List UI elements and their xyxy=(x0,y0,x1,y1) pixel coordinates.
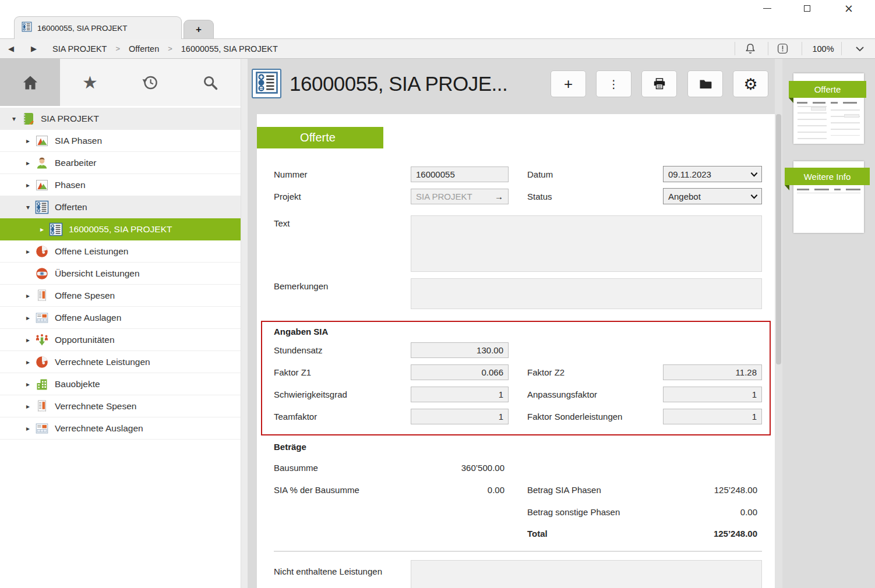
faktor-sonderleistungen-field[interactable]: 1 xyxy=(663,409,762,424)
tree-item[interactable]: ▸Offene Auslagen xyxy=(0,307,241,329)
bemerkungen-field[interactable] xyxy=(411,278,762,309)
add-button[interactable]: + xyxy=(551,70,586,97)
tree-item[interactable]: ▸Bearbeiter xyxy=(0,152,241,174)
tree-item[interactable]: ▸Phasen xyxy=(0,174,241,196)
main-scrollbar[interactable] xyxy=(775,59,782,588)
separator xyxy=(841,42,842,55)
text-field[interactable] xyxy=(411,215,762,272)
tree-item[interactable]: ▸Verrechnete Spesen xyxy=(0,395,241,417)
maximize-button[interactable] xyxy=(797,0,817,16)
tree-item[interactable]: ▾SIA PROJEKT xyxy=(0,108,241,130)
expander-right-icon[interactable]: ▸ xyxy=(21,336,35,344)
anpassungsfaktor-field[interactable]: 1 xyxy=(663,387,762,402)
tree-item[interactable]: ▸Bauobjekte xyxy=(0,373,241,395)
tree-item[interactable]: ▸Verrechnete Auslagen xyxy=(0,417,241,440)
tree-item-label: Opportunitäten xyxy=(55,335,115,345)
folder-button[interactable] xyxy=(687,70,723,97)
document-tab[interactable]: 16000055, SIA PROJEKT xyxy=(14,16,182,39)
notifications-button[interactable] xyxy=(739,39,762,58)
breadcrumb-item[interactable]: Offerten xyxy=(129,44,159,54)
tree-item[interactable]: ▸Opportunitäten xyxy=(0,329,241,351)
close-button[interactable]: × xyxy=(839,0,859,16)
settings-button[interactable]: ⚙ xyxy=(733,70,768,97)
bausumme-label: Bausumme xyxy=(274,460,318,476)
nav-tab-home[interactable] xyxy=(0,59,60,106)
expander-right-icon[interactable]: ▸ xyxy=(21,424,35,433)
close-icon: × xyxy=(844,3,853,14)
nummer-field[interactable]: 16000055 xyxy=(411,167,509,182)
scrollbar-thumb[interactable] xyxy=(776,114,781,364)
angaben-sia-heading: Angaben SIA xyxy=(274,325,328,339)
faktor-z2-field[interactable]: 11.28 xyxy=(663,364,762,380)
faktor-z1-label: Faktor Z1 xyxy=(274,364,311,380)
minimize-button[interactable] xyxy=(757,0,777,16)
tree-item[interactable]: ▸SIA Phasen xyxy=(0,130,241,152)
nicht-enthaltene-leistungen-label: Nicht enthaltene Leistungen xyxy=(274,564,382,579)
expander-right-icon[interactable]: ▸ xyxy=(21,137,35,145)
expander-down-icon[interactable]: ▾ xyxy=(7,115,21,123)
tree-item[interactable]: ▸Offene Leistungen xyxy=(0,240,241,263)
forward-button[interactable]: ▶ xyxy=(31,39,37,58)
nav-tab-search[interactable] xyxy=(180,59,240,106)
tree-item[interactable]: ▾ Offerten xyxy=(0,196,241,218)
goto-arrow-icon[interactable]: → xyxy=(495,192,503,201)
tree-item[interactable]: ▸ 16000055, SIA PROJEKT xyxy=(0,218,241,240)
zoom-level: 100% xyxy=(812,44,834,54)
preview-label-offerte[interactable]: Offerte xyxy=(789,81,866,98)
page-title: 16000055, SIA PROJE... xyxy=(290,69,507,98)
status-dropdown[interactable]: Angebot xyxy=(663,188,762,204)
project-icon xyxy=(21,112,35,126)
nav-tab-favorites[interactable]: ★ xyxy=(60,59,120,106)
sia-prozent-value: 0.00 xyxy=(411,482,504,498)
expander-right-icon[interactable]: ▸ xyxy=(21,181,35,189)
tree-item[interactable]: ▸Offene Spesen xyxy=(0,285,241,307)
schwierigkeitsgrad-field[interactable]: 1 xyxy=(411,387,509,402)
expander-right-icon[interactable]: ▸ xyxy=(21,380,35,388)
zoom-level-button[interactable]: 100% xyxy=(807,39,839,58)
plus-icon: + xyxy=(196,24,202,36)
teamfaktor-field[interactable]: 1 xyxy=(411,409,509,424)
nicht-enthaltene-leistungen-field[interactable] xyxy=(411,560,762,588)
more-button[interactable]: ⋮ xyxy=(596,70,631,97)
sidebar-scrollbar[interactable] xyxy=(241,59,248,588)
expander-right-icon[interactable]: ▸ xyxy=(21,247,35,256)
back-icon: ◀ xyxy=(8,44,14,53)
alerts-button[interactable] xyxy=(771,39,794,58)
form-page: Offerte Nummer 16000055 Datum 09.11.2023… xyxy=(257,114,775,588)
expander-right-icon[interactable]: ▸ xyxy=(21,292,35,300)
expenses-icon xyxy=(35,399,49,413)
preview-label-text: Weitere Info xyxy=(804,172,851,182)
expander-right-icon[interactable]: ▸ xyxy=(21,358,35,366)
tree-item[interactable]: Übersicht Leistungen xyxy=(0,263,241,285)
back-button[interactable]: ◀ xyxy=(8,39,14,58)
tree-item-label: Bearbeiter xyxy=(55,158,97,168)
breadcrumb-item[interactable]: SIA PROJEKT xyxy=(52,44,107,54)
projekt-field[interactable]: SIA PROJEKT → xyxy=(411,189,509,204)
mini-content xyxy=(797,193,860,193)
mini-content xyxy=(844,114,859,118)
expand-menu-button[interactable] xyxy=(849,39,870,58)
faktor-z1-field[interactable]: 0.066 xyxy=(411,364,509,380)
sidebar: ★ ▾SIA PROJEKT▸SIA Phasen▸Bearbeiter▸Pha… xyxy=(0,59,241,588)
expander-right-icon[interactable]: ▸ xyxy=(35,225,49,233)
faktor-sonderleistungen-label: Faktor Sonderleistungen xyxy=(527,409,622,424)
separator xyxy=(802,42,802,55)
datum-label: Datum xyxy=(527,167,553,182)
expander-right-icon[interactable]: ▸ xyxy=(21,314,35,322)
nav-tab-history[interactable] xyxy=(120,59,180,106)
tree-item[interactable]: ▸Verrechnete Leistungen xyxy=(0,351,241,373)
section-tab-offerte[interactable]: Offerte xyxy=(257,127,383,148)
expander-right-icon[interactable]: ▸ xyxy=(21,159,35,167)
breadcrumb-item[interactable]: 16000055, SIA PROJEKT xyxy=(181,44,278,54)
stundensatz-field[interactable]: 130.00 xyxy=(411,342,509,358)
datum-dropdown[interactable]: 09.11.2023 xyxy=(663,166,762,182)
expander-right-icon[interactable]: ▸ xyxy=(21,402,35,410)
expander-down-icon[interactable]: ▾ xyxy=(21,203,35,211)
new-tab-button[interactable]: + xyxy=(184,20,214,39)
anpassungsfaktor-value: 1 xyxy=(752,389,757,399)
betrag-sia-phasen-label: Betrag SIA Phasen xyxy=(527,482,601,498)
print-button[interactable] xyxy=(641,70,677,97)
banner-fold xyxy=(789,98,793,103)
star-icon: ★ xyxy=(82,74,98,91)
preview-label-weitere-info[interactable]: Weitere Info xyxy=(785,168,870,185)
